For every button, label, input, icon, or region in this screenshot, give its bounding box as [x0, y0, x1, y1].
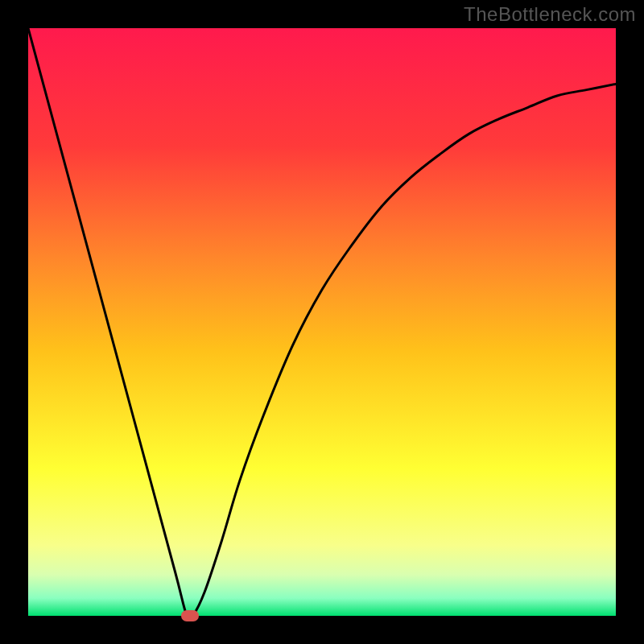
chart-svg — [28, 28, 616, 616]
gradient-background — [28, 28, 616, 616]
watermark-text: TheBottleneck.com — [464, 3, 636, 26]
chart-frame: TheBottleneck.com — [0, 0, 644, 644]
plot-area — [28, 28, 616, 616]
optimum-marker — [181, 610, 199, 621]
